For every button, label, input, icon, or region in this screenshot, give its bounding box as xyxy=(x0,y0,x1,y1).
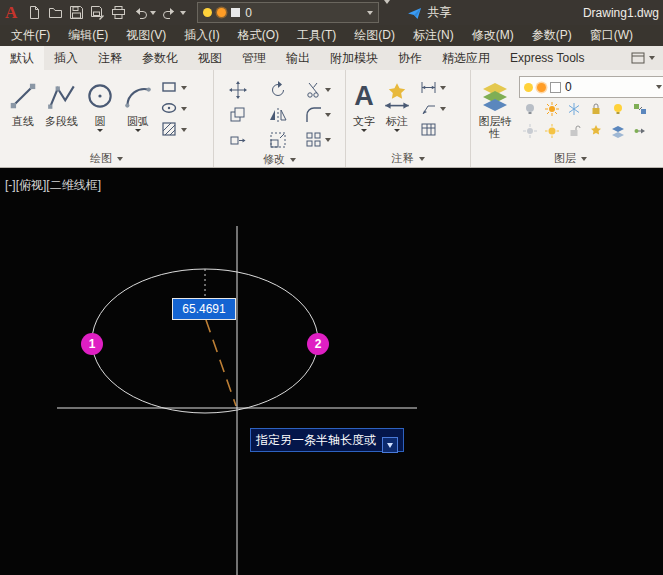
rectangle-icon xyxy=(161,79,178,96)
scale-tool-button[interactable] xyxy=(258,131,298,149)
array-tool-button[interactable] xyxy=(298,131,338,149)
menu-window[interactable]: 窗口(W) xyxy=(581,25,642,46)
text-tool-label: 文字 xyxy=(353,115,375,128)
menu-insert[interactable]: 插入(I) xyxy=(175,25,228,46)
hatch-tool-button[interactable] xyxy=(161,121,187,138)
chevron-down-icon xyxy=(440,86,446,90)
tab-collaborate[interactable]: 协作 xyxy=(388,46,432,70)
fillet-tool-button[interactable] xyxy=(298,106,338,124)
layer-unlock-button[interactable] xyxy=(567,124,581,142)
ellipse-tool-button[interactable] xyxy=(161,100,187,117)
trim-tool-button[interactable] xyxy=(298,81,338,99)
layer-on-button[interactable] xyxy=(611,102,625,120)
new-file-button[interactable] xyxy=(24,2,45,24)
menu-tools[interactable]: 工具(T) xyxy=(288,25,345,46)
polyline-tool-button[interactable]: 多段线 xyxy=(42,73,81,150)
table-button[interactable] xyxy=(420,121,446,138)
qat-customize-button[interactable] xyxy=(379,4,395,22)
annotation-extra-tools xyxy=(416,73,446,150)
document-title: Drawing1.dwg xyxy=(583,6,663,20)
save-button[interactable] xyxy=(66,2,87,24)
plot-button[interactable] xyxy=(108,2,129,24)
arc-tool-button[interactable]: 圆弧 xyxy=(119,73,157,150)
line-tool-button[interactable]: 直线 xyxy=(4,73,42,150)
tab-view[interactable]: 视图 xyxy=(188,46,232,70)
ribbon-minimize-button[interactable] xyxy=(631,46,663,70)
stretch-tool-button[interactable] xyxy=(218,131,258,149)
layer-walk-icon xyxy=(589,124,603,138)
copy-tool-button[interactable] xyxy=(218,106,258,124)
layer-prev-button[interactable] xyxy=(611,124,625,142)
panel-annotation-label[interactable]: 注释 xyxy=(346,150,470,167)
autocad-logo[interactable]: A xyxy=(0,0,24,25)
dimension-tool-label: 标注 xyxy=(386,115,408,128)
redo-icon xyxy=(162,5,178,20)
panel-layers-content: 图层特性 0 xyxy=(471,70,663,150)
drawing-area[interactable]: [-][俯视][二维线框] 1 2 65.4691 指定另一条半轴长度或 xyxy=(0,168,663,575)
array-icon xyxy=(305,131,323,149)
tab-insert[interactable]: 插入 xyxy=(44,46,88,70)
qat-layer-dropdown[interactable]: 0 xyxy=(197,2,379,23)
tab-parametric[interactable]: 参数化 xyxy=(132,46,188,70)
menu-dimension[interactable]: 标注(N) xyxy=(404,25,463,46)
redo-dropdown-icon[interactable] xyxy=(180,11,186,15)
chevron-down-icon xyxy=(656,85,662,89)
layer-prev-icon xyxy=(611,124,625,138)
layer-thaw-sun-icon xyxy=(537,83,546,92)
tab-featured-apps[interactable]: 精选应用 xyxy=(432,46,500,70)
leader-button[interactable] xyxy=(420,100,446,117)
layer-lock-button[interactable] xyxy=(589,102,603,120)
menu-modify[interactable]: 修改(M) xyxy=(463,25,523,46)
dynamic-input-field[interactable]: 65.4691 xyxy=(172,298,236,320)
tab-addins[interactable]: 附加模块 xyxy=(320,46,388,70)
axis-point-badge-1: 1 xyxy=(81,333,103,355)
text-tool-button[interactable]: A 文字 xyxy=(350,73,378,150)
panel-modify-label[interactable]: 修改 xyxy=(214,152,345,167)
undo-button[interactable] xyxy=(129,2,159,24)
menu-parametric[interactable]: 参数(P) xyxy=(523,25,581,46)
tab-manage[interactable]: 管理 xyxy=(232,46,276,70)
tab-annotate[interactable]: 注释 xyxy=(88,46,132,70)
tab-home[interactable]: 默认 xyxy=(0,46,44,70)
viewport-controls[interactable]: [-][俯视][二维线框] xyxy=(5,177,101,194)
undo-dropdown-icon[interactable] xyxy=(150,11,156,15)
chevron-down-icon xyxy=(181,128,187,132)
layer-unisolate-button[interactable] xyxy=(523,124,537,142)
draw-extra-tools xyxy=(157,73,187,150)
rotate-tool-button[interactable] xyxy=(258,81,298,99)
layer-walk-button[interactable] xyxy=(589,124,603,142)
layer-dropdown[interactable]: 0 xyxy=(519,76,663,98)
ribbon: 直线 多段线 圆 圆弧 xyxy=(0,70,663,168)
menu-draw[interactable]: 绘图(D) xyxy=(345,25,404,46)
layer-isolate-icon xyxy=(545,102,559,116)
line-icon xyxy=(7,80,39,112)
layer-off-button[interactable] xyxy=(523,102,537,120)
menu-format[interactable]: 格式(O) xyxy=(229,25,288,46)
move-tool-button[interactable] xyxy=(218,81,258,99)
chevron-down-icon xyxy=(367,11,373,15)
layer-properties-button[interactable]: 图层特性 xyxy=(475,73,515,150)
panel-layers-label[interactable]: 图层 xyxy=(471,150,663,167)
menu-view[interactable]: 视图(V) xyxy=(117,25,175,46)
dimension-icon xyxy=(381,80,413,112)
layer-thaw-button[interactable] xyxy=(545,124,559,142)
dimension-tool-button[interactable]: 标注 xyxy=(378,73,416,150)
mirror-tool-button[interactable] xyxy=(258,106,298,124)
menu-file[interactable]: 文件(F) xyxy=(2,25,59,46)
save-as-icon xyxy=(90,5,105,20)
panel-draw-label[interactable]: 绘图 xyxy=(0,150,213,167)
save-as-button[interactable] xyxy=(87,2,108,24)
circle-tool-button[interactable]: 圆 xyxy=(81,73,119,150)
open-file-button[interactable] xyxy=(45,2,66,24)
linear-dimension-button[interactable] xyxy=(420,79,446,96)
layer-merge-button[interactable] xyxy=(633,124,647,142)
layer-freeze-button[interactable] xyxy=(567,102,581,120)
redo-button[interactable] xyxy=(159,2,189,24)
tab-output[interactable]: 输出 xyxy=(276,46,320,70)
menu-edit[interactable]: 编辑(E) xyxy=(59,25,117,46)
tab-express-tools[interactable]: Express Tools xyxy=(500,46,594,70)
share-button[interactable]: 共享 xyxy=(407,4,451,21)
layer-match-button[interactable] xyxy=(633,102,647,120)
rectangle-tool-button[interactable] xyxy=(161,79,187,96)
layer-isolate-button[interactable] xyxy=(545,102,559,120)
